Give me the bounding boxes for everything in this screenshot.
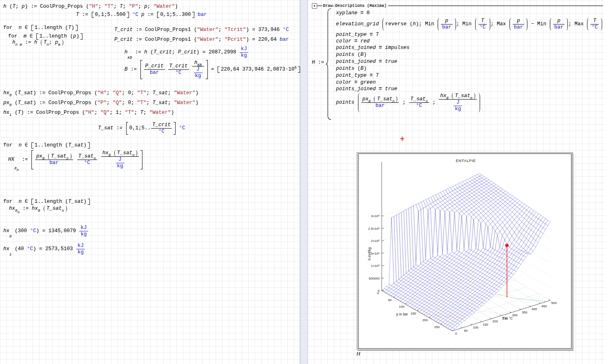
svg-text:300: 300 [512, 313, 518, 317]
maxima-point-type-1[interactable]: point_type = 7 [336, 32, 379, 38]
svg-text:2.5×10⁶: 2.5×10⁶ [368, 227, 380, 231]
svg-text:250: 250 [434, 325, 440, 329]
area-rule-left [317, 5, 322, 6]
maxima-color-red[interactable]: color = red [336, 38, 370, 44]
svg-text:200: 200 [492, 320, 498, 323]
svg-text:1×10⁶: 1×10⁶ [371, 264, 380, 268]
plot-variable-label: H [356, 351, 360, 357]
formula-for-m-loop[interactable]: for m ∈ 1..length (p) [8, 33, 83, 40]
formula-for-n-loop[interactable]: for n ∈ 1..length (T) [3, 25, 78, 31]
svg-text:200: 200 [423, 318, 428, 322]
insertion-cursor[interactable]: + [400, 135, 405, 142]
svg-text:500000: 500000 [369, 277, 380, 280]
collapsible-area-header[interactable]: Draw-Descriptions (Maxima) [312, 3, 603, 8]
svg-text:500: 500 [551, 301, 557, 305]
formula-px0-definition[interactable]: px0 (T_sat) := CoolProp_Props ("P"; "Q";… [3, 100, 198, 106]
formula-T-crit[interactable]: T_crit := CoolProp_Props1 ("Water"; "Tcr… [114, 27, 289, 33]
formula-T-range[interactable]: T := 0,1;5..500 °C [76, 12, 138, 18]
maxima-points-saturation[interactable]: points px0 T_satnbar ; T_satn°C ; hx0 T_… [336, 93, 480, 112]
svg-text:50: 50 [388, 298, 391, 302]
svg-text:0: 0 [377, 291, 379, 295]
enthalpy-3d-plot[interactable]: 05000001×10⁶1.5×10⁶2×10⁶2.5×10⁶3×10⁶0501… [358, 154, 571, 348]
formula-H-assign[interactable]: H := [312, 60, 327, 66]
formula-h-KB[interactable]: hKB := h (T_crit; P_crit) = 2087,2998 kJ… [125, 46, 249, 59]
formula-hx1-definition[interactable]: hx1 (T) := CoolProp_Props ("H"; "Q"; 1; … [3, 110, 174, 116]
formula-hx1-40C-result[interactable]: hx1 (40 °C) = 2573,5103 kJkg [3, 243, 85, 255]
svg-text:150: 150 [483, 323, 488, 326]
formula-B-matrix[interactable]: B := P_critbarT_crit°ChKBJkg = 220,64 37… [125, 60, 300, 79]
formula-for-n-loop-2[interactable]: for n ∈ 1..length (T_sat) [3, 142, 90, 149]
area-collapse-icon[interactable] [312, 3, 317, 9]
formula-P-crit[interactable]: P_crit := CoolProp_Props1 ("Water"; "Pcr… [114, 37, 289, 43]
maxima-xyplane[interactable]: xyplane = 0 [336, 10, 370, 16]
maxima-points-B-2[interactable]: points (B) [336, 66, 367, 72]
curly-brace-icon [326, 8, 332, 120]
svg-text:150: 150 [411, 312, 416, 315]
formula-hx0-300C-result[interactable]: hx0 (300 °C) = 1345,0079 kJkg [3, 225, 89, 237]
worksheet-right-page: Draw-Descriptions (Maxima) H := xyplane … [307, 0, 605, 364]
svg-text:50: 50 [464, 329, 468, 333]
maxima-points-joined-true-1[interactable]: points_joined = true [336, 59, 397, 65]
worksheet-left-page: h (T; p) := CoolProp_Props ("H"; "T"; T;… [0, 0, 300, 364]
svg-text:2×10⁶: 2×10⁶ [371, 239, 380, 243]
svg-text:3×10⁶: 3×10⁶ [371, 214, 380, 218]
maxima-point-type-2[interactable]: point_type = 7 [336, 73, 379, 79]
svg-text:p in bar: p in bar [396, 312, 408, 316]
formula-hx0-vector[interactable]: hx0n := hx0 T_satn [9, 206, 67, 212]
area-rule-right [388, 5, 603, 6]
formula-hx0-definition[interactable]: hx0 (T_sat) := CoolProp_Props ("H"; "Q";… [3, 90, 198, 96]
svg-text:h in J/kg: h in J/kg [367, 247, 371, 260]
maxima-elevation-grid[interactable]: elevation_grid reverse (h); Min pbar; Mi… [336, 18, 605, 31]
formula-h-definition[interactable]: h (T; p) := CoolProp_Props ("H"; "T"; T;… [3, 4, 178, 10]
svg-text:0: 0 [455, 332, 457, 335]
formula-for-n-loop-3[interactable]: for n ∈ 1..length (T_sat) [3, 199, 90, 205]
maxima-points-joined-true-2[interactable]: points_joined = true [336, 86, 397, 92]
formula-T-sat-range[interactable]: T_sat := 0,1;5..T_crit°C °C [98, 122, 185, 135]
svg-text:350: 350 [522, 311, 527, 314]
maxima-points-B-1[interactable]: points (B) [336, 52, 367, 58]
formula-HX0-matrix[interactable]: HX0n := px0 T_satnbarT_satn°Chx0 T_satnJ… [8, 150, 143, 169]
maxima-color-green[interactable]: color = green [336, 80, 376, 86]
svg-text:ENTALPIE: ENTALPIE [456, 158, 476, 163]
maxima-points-joined-impulses[interactable]: points_joined = impulses [336, 45, 409, 51]
svg-text:T in °C: T in °C [502, 316, 513, 320]
formula-p-range[interactable]: p := 0,1;5..300 bar [141, 12, 207, 18]
svg-text:450: 450 [541, 304, 547, 308]
svg-text:100: 100 [473, 326, 478, 329]
area-title: Draw-Descriptions (Maxima) [322, 4, 388, 8]
page-divider [300, 0, 308, 364]
svg-text:100: 100 [399, 305, 405, 309]
surface-plot-region[interactable]: 05000001×10⁶1.5×10⁶2×10⁶2.5×10⁶3×10⁶0501… [357, 152, 573, 350]
svg-text:400: 400 [532, 307, 537, 311]
formula-h-matrix-assign[interactable]: hn m := h Tn; pm [12, 40, 64, 46]
